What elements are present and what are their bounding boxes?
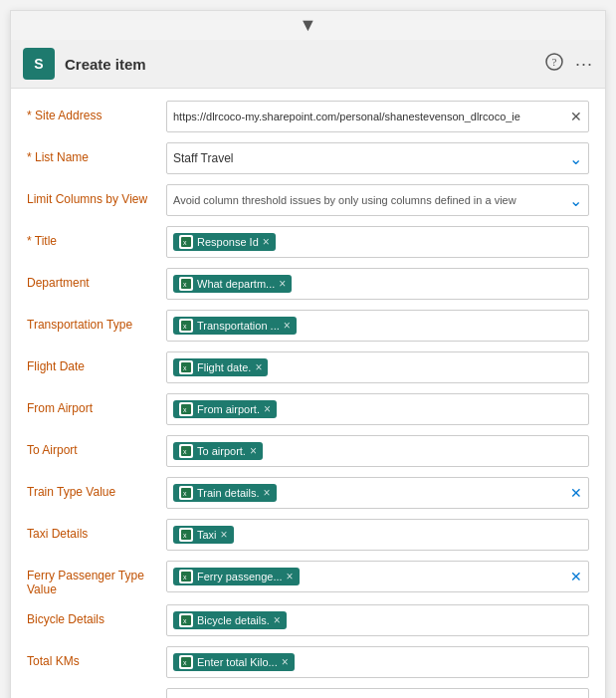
transportation-type-field[interactable]: x Transportation ... × — [166, 310, 589, 342]
department-chip: x What departm... × — [173, 275, 292, 293]
limit-columns-field[interactable]: Avoid column threshold issues by only us… — [166, 184, 589, 216]
title-chip-text: Response Id — [197, 236, 259, 248]
to-airport-chip-text: To airport. — [197, 445, 246, 457]
flight-date-row: Flight Date x Flight date. × — [27, 351, 589, 385]
to-airport-chip-icon: x — [179, 444, 193, 458]
svg-text:x: x — [183, 617, 187, 624]
taxi-details-row: Taxi Details x Taxi × — [27, 519, 589, 553]
from-airport-chip-remove[interactable]: × — [264, 402, 271, 416]
to-airport-row: To Airport x To airport. × — [27, 435, 589, 469]
from-airport-row: From Airport x From airport. × — [27, 393, 589, 427]
train-type-chip-remove[interactable]: × — [264, 486, 271, 500]
ferry-passenger-clear-icon[interactable]: ✕ — [570, 569, 582, 584]
train-type-field[interactable]: x Train details. × ✕ — [166, 477, 589, 509]
department-row: Department x What departm... × — [27, 268, 589, 302]
svg-text:x: x — [183, 659, 187, 666]
ferry-details-field[interactable] — [166, 688, 589, 698]
total-kms-chip-text: Enter total Kilo... — [197, 656, 278, 668]
transport-chip-icon: x — [179, 319, 193, 333]
total-kms-field[interactable]: x Enter total Kilo... × — [166, 646, 589, 678]
from-airport-chip: x From airport. × — [173, 400, 277, 418]
transportation-type-row: Transportation Type x Transportation ...… — [27, 310, 589, 344]
header-actions: ? ··· — [545, 53, 593, 75]
ferry-passenger-row: Ferry Passenger Type Value x Ferry passe… — [27, 561, 589, 596]
site-address-clear-icon[interactable]: ✕ — [570, 109, 582, 124]
ferry-chip-icon: x — [179, 570, 193, 583]
create-item-card: ▼ S Create item ? ··· Site Address https… — [10, 10, 606, 698]
title-row: Title x Response Id × — [27, 226, 589, 260]
connector-arrow: ▼ — [11, 11, 605, 40]
to-airport-label: To Airport — [27, 435, 166, 457]
bicycle-chip: x Bicycle details. × — [173, 611, 287, 629]
list-name-field[interactable]: Staff Travel ⌄ — [166, 142, 589, 174]
from-airport-label: From Airport — [27, 393, 166, 415]
department-chip-text: What departm... — [197, 278, 275, 290]
flight-date-chip: x Flight date. × — [173, 358, 268, 376]
train-type-chip: x Train details. × — [173, 484, 277, 502]
taxi-details-label: Taxi Details — [27, 519, 166, 541]
train-type-row: Train Type Value x Train details. × ✕ — [27, 477, 589, 511]
total-kms-chip-remove[interactable]: × — [282, 655, 289, 669]
site-address-label: Site Address — [27, 101, 166, 122]
svg-text:x: x — [183, 281, 187, 288]
title-chip: x Response Id × — [173, 233, 276, 251]
svg-text:x: x — [183, 364, 187, 371]
train-type-clear-icon[interactable]: ✕ — [570, 485, 582, 501]
svg-text:x: x — [183, 574, 187, 581]
ferry-passenger-field[interactable]: x Ferry passenge... × ✕ — [166, 561, 589, 592]
taxi-chip: x Taxi × — [173, 526, 234, 544]
limit-columns-row: Limit Columns by View Avoid column thres… — [27, 184, 589, 218]
svg-text:x: x — [183, 490, 187, 497]
more-options-button[interactable]: ··· — [575, 54, 593, 75]
from-airport-field[interactable]: x From airport. × — [166, 393, 589, 425]
title-chip-remove[interactable]: × — [263, 235, 270, 249]
form-body: Site Address https://dlrcoco-my.sharepoi… — [11, 89, 605, 698]
list-name-dropdown-icon[interactable]: ⌄ — [569, 149, 582, 168]
to-airport-chip: x To airport. × — [173, 442, 263, 460]
taxi-chip-text: Taxi — [197, 529, 217, 541]
title-label: Title — [27, 226, 166, 248]
transportation-chip-text: Transportation ... — [197, 320, 280, 332]
taxi-chip-icon: x — [179, 528, 193, 542]
flight-chip-icon: x — [179, 360, 193, 374]
list-name-label: List Name — [27, 142, 166, 164]
list-name-value: Staff Travel — [173, 151, 582, 165]
site-address-field[interactable]: https://dlrcoco-my.sharepoint.com/person… — [166, 101, 589, 132]
limit-columns-value: Avoid column threshold issues by only us… — [173, 194, 582, 206]
svg-text:x: x — [183, 448, 187, 455]
flight-date-chip-text: Flight date. — [197, 361, 251, 373]
svg-text:x: x — [183, 323, 187, 330]
train-chip-icon: x — [179, 486, 193, 500]
ferry-passenger-chip-text: Ferry passenge... — [197, 571, 283, 582]
transportation-chip: x Transportation ... × — [173, 317, 297, 335]
bicycle-details-field[interactable]: x Bicycle details. × — [166, 604, 589, 636]
total-kms-chip-icon: x — [179, 655, 193, 669]
ferry-details-label: item/FerryDetails — [27, 688, 166, 698]
to-airport-chip-remove[interactable]: × — [250, 444, 257, 458]
department-chip-remove[interactable]: × — [279, 277, 286, 291]
card-header: S Create item ? ··· — [11, 40, 605, 89]
ferry-passenger-chip: x Ferry passenge... × — [173, 568, 300, 585]
card-title: Create item — [65, 56, 535, 73]
limit-columns-dropdown-icon[interactable]: ⌄ — [569, 191, 582, 210]
flight-date-field[interactable]: x Flight date. × — [166, 351, 589, 383]
flight-date-label: Flight Date — [27, 351, 166, 373]
title-field[interactable]: x Response Id × — [166, 226, 589, 258]
transportation-chip-remove[interactable]: × — [284, 319, 291, 333]
bicycle-chip-icon: x — [179, 613, 193, 627]
flight-date-chip-remove[interactable]: × — [255, 360, 262, 374]
bicycle-chip-remove[interactable]: × — [274, 613, 281, 627]
svg-text:x: x — [183, 532, 187, 539]
bicycle-details-label: Bicycle Details — [27, 604, 166, 626]
to-airport-field[interactable]: x To airport. × — [166, 435, 589, 467]
taxi-details-field[interactable]: x Taxi × — [166, 519, 589, 551]
help-button[interactable]: ? — [545, 53, 563, 75]
bicycle-chip-text: Bicycle details. — [197, 614, 270, 626]
from-airport-chip-icon: x — [179, 402, 193, 416]
taxi-chip-remove[interactable]: × — [221, 528, 228, 542]
total-kms-label: Total KMs — [27, 646, 166, 668]
site-address-row: Site Address https://dlrcoco-my.sharepoi… — [27, 101, 589, 134]
ferry-passenger-chip-remove[interactable]: × — [287, 570, 294, 583]
department-field[interactable]: x What departm... × — [166, 268, 589, 300]
svg-text:x: x — [183, 406, 187, 413]
